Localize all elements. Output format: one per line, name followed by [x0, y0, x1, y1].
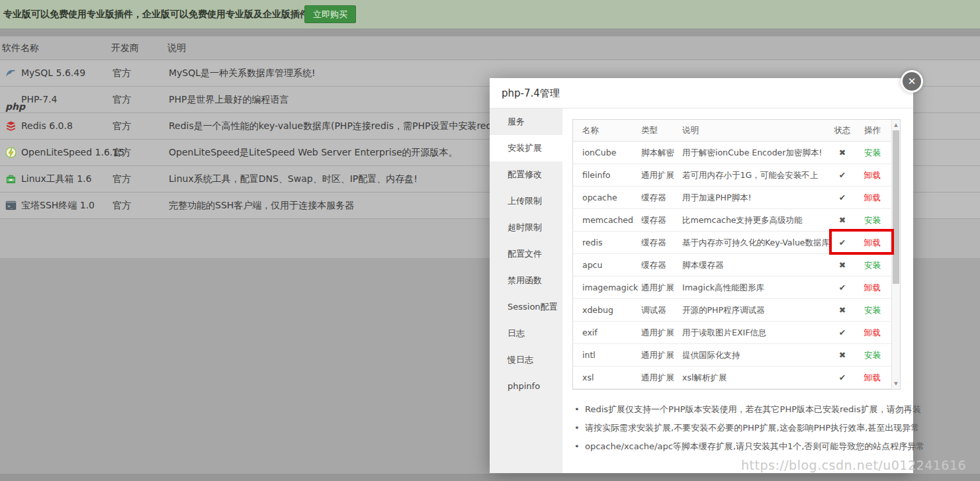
- dialog-title: php-7.4管理: [502, 78, 560, 109]
- installed-check-icon: ✔: [832, 187, 852, 208]
- software-description: Redis是一个高性能的key-value数据库(PHP连接redis，需PHP…: [169, 113, 543, 139]
- note-item: Redis扩展仅支持一个PHP版本安装使用，若在其它PHP版本已安装redis扩…: [574, 400, 905, 419]
- not-installed-cross-icon: ✖: [832, 344, 852, 366]
- installed-check-icon: ✔: [832, 232, 852, 253]
- install-link[interactable]: 安装: [864, 254, 881, 276]
- extension-name: apcu: [582, 254, 602, 276]
- ext-header-action: 操作: [864, 120, 881, 141]
- extension-name: xsl: [582, 367, 594, 388]
- extension-row: apcu缓存器脚本缓存器✖安装: [573, 254, 900, 277]
- page-gap-strip: [0, 28, 980, 36]
- software-description: MySQL是一种关系数据库管理系统!: [169, 60, 316, 86]
- extension-row: memcached缓存器比memcache支持更多高级功能✖安装: [573, 209, 900, 232]
- extension-description: Imagick高性能图形库: [682, 277, 764, 298]
- sidebar-item-配置文件[interactable]: 配置文件: [490, 241, 562, 267]
- software-header-name: 软件名称: [2, 36, 39, 60]
- extension-type: 缓存器: [641, 254, 666, 276]
- software-vendor: 官方: [112, 60, 131, 86]
- ssh-terminal-icon: >_: [5, 200, 17, 211]
- not-installed-cross-icon: ✖: [832, 299, 852, 321]
- ext-header-desc: 说明: [682, 120, 699, 141]
- sidebar-item-禁用函数[interactable]: 禁用函数: [490, 267, 562, 294]
- extension-notes: Redis扩展仅支持一个PHP版本安装使用，若在其它PHP版本已安装redis扩…: [574, 400, 905, 456]
- extension-type: 通用扩展: [641, 322, 674, 343]
- extension-table-body: ionCube脚本解密用于解密ionCube Encoder加密脚本!✖安装fi…: [573, 142, 900, 389]
- extension-type: 通用扩展: [641, 367, 674, 388]
- software-name: 宝塔SSH终端 1.0: [21, 193, 95, 218]
- note-item: opcache/xcache/apc等脚本缓存扩展,请只安装其中1个,否则可能导…: [574, 437, 905, 456]
- extension-row: xsl通用扩展xsl解析扩展✔卸载: [573, 367, 900, 389]
- extension-row: redis缓存器基于内存亦可持久化的Key-Value数据库✔卸载: [573, 232, 900, 254]
- software-description: 完整功能的SSH客户端，仅用于连接本服务器: [169, 193, 354, 218]
- sidebar-item-服务[interactable]: 服务: [490, 109, 562, 135]
- software-description: PHP是世界上最好的编程语言: [169, 87, 289, 112]
- php-manage-dialog: php-7.4管理 ✕ 服务安装扩展配置修改上传限制超时限制配置文件禁用函数Se…: [490, 78, 913, 473]
- extension-table-header: 名称 类型 说明 状态 操作: [573, 120, 900, 142]
- software-header-desc: 说明: [167, 36, 186, 60]
- extension-description: 提供国际化支持: [682, 344, 740, 366]
- extension-type: 缓存器: [641, 209, 666, 231]
- page: 专业版可以免费使用专业版插件，企业版可以免费使用专业版及企业版插件。 立即购买 …: [0, 0, 980, 481]
- software-vendor: 官方: [112, 193, 131, 218]
- ext-header-name: 名称: [582, 120, 599, 141]
- sidebar-item-超时限制[interactable]: 超时限制: [490, 214, 562, 241]
- page-bottom-strip: [0, 474, 980, 481]
- extension-type: 调试器: [641, 299, 666, 321]
- extension-description: 用于加速PHP脚本!: [682, 187, 752, 208]
- software-table-header: 软件名称 开发商 说明: [0, 36, 980, 60]
- install-link[interactable]: 安装: [864, 344, 881, 366]
- uninstall-link[interactable]: 卸载: [864, 322, 881, 343]
- installed-check-icon: ✔: [832, 367, 852, 388]
- uninstall-link[interactable]: 卸载: [864, 164, 881, 186]
- install-link[interactable]: 安装: [864, 142, 881, 163]
- sidebar-item-phpinfo[interactable]: phpinfo: [490, 373, 562, 400]
- not-installed-cross-icon: ✖: [832, 254, 852, 276]
- extension-row: imagemagick通用扩展Imagick高性能图形库✔卸载: [573, 277, 900, 299]
- extension-type: 脚本解密: [641, 142, 674, 163]
- extension-row: ionCube脚本解密用于解密ionCube Encoder加密脚本!✖安装: [573, 142, 900, 164]
- extension-description: 用于解密ionCube Encoder加密脚本!: [682, 142, 822, 163]
- software-name: MySQL 5.6.49: [21, 60, 85, 86]
- extension-name: memcached: [582, 209, 633, 231]
- sidebar-item-慢日志[interactable]: 慢日志: [490, 347, 562, 373]
- extension-type: 通用扩展: [641, 164, 674, 186]
- installed-check-icon: ✔: [832, 322, 852, 343]
- extension-description: 若可用内存小于1G，可能会安装不上: [682, 164, 818, 186]
- extension-type: 缓存器: [641, 232, 666, 253]
- buy-now-button[interactable]: 立即购买: [304, 5, 356, 23]
- software-name: Linux工具箱 1.6: [21, 166, 91, 192]
- extension-row: opcache缓存器用于加速PHP脚本!✔卸载: [573, 187, 900, 209]
- close-icon[interactable]: ✕: [901, 70, 923, 93]
- ext-header-type: 类型: [641, 120, 658, 141]
- sidebar-item-配置修改[interactable]: 配置修改: [490, 161, 562, 188]
- scroll-down-icon[interactable]: ▼: [892, 379, 900, 388]
- software-description: Linux系统工具，配置DNS、Swap、时区、IP配置、内存盘!: [169, 166, 418, 192]
- software-header-vendor: 开发商: [111, 36, 139, 60]
- redis-icon: [5, 120, 17, 132]
- scroll-up-icon[interactable]: ▲: [892, 120, 900, 130]
- extension-row: xdebug调试器开源的PHP程序调试器✖安装: [573, 299, 900, 322]
- uninstall-link[interactable]: 卸载: [864, 367, 881, 388]
- sidebar-item-日志[interactable]: 日志: [490, 320, 562, 347]
- extension-type: 通用扩展: [641, 277, 674, 298]
- extension-row: exif通用扩展用于读取图片EXIF信息✔卸载: [573, 322, 900, 344]
- software-description: OpenLiteSpeed是LiteSpeed Web Server Enter…: [169, 140, 458, 165]
- software-vendor: 官方: [112, 113, 131, 139]
- installed-check-icon: ✔: [832, 164, 852, 186]
- install-link[interactable]: 安装: [864, 299, 881, 321]
- extension-type: 通用扩展: [641, 344, 674, 366]
- sidebar-item-Session配置[interactable]: Session配置: [490, 294, 562, 320]
- uninstall-link[interactable]: 卸载: [864, 187, 881, 208]
- note-item: 请按实际需求安装扩展,不要安装不必要的PHP扩展,这会影响PHP执行效率,甚至出…: [574, 419, 905, 437]
- uninstall-link[interactable]: 卸载: [864, 277, 881, 298]
- extension-table-scrollbar[interactable]: ▲ ▼: [891, 120, 900, 389]
- dialog-sidebar: 服务安装扩展配置修改上传限制超时限制配置文件禁用函数Session配置日志慢日志…: [490, 109, 562, 473]
- extension-row: fileinfo通用扩展若可用内存小于1G，可能会安装不上✔卸载: [573, 164, 900, 187]
- sidebar-item-安装扩展[interactable]: 安装扩展: [490, 135, 562, 161]
- not-installed-cross-icon: ✖: [832, 142, 852, 163]
- php-icon: php: [5, 94, 17, 105]
- install-link[interactable]: 安装: [864, 209, 881, 231]
- scrollbar-thumb[interactable]: [893, 130, 899, 284]
- sidebar-item-上传限制[interactable]: 上传限制: [490, 188, 562, 214]
- uninstall-link[interactable]: 卸载: [864, 232, 881, 253]
